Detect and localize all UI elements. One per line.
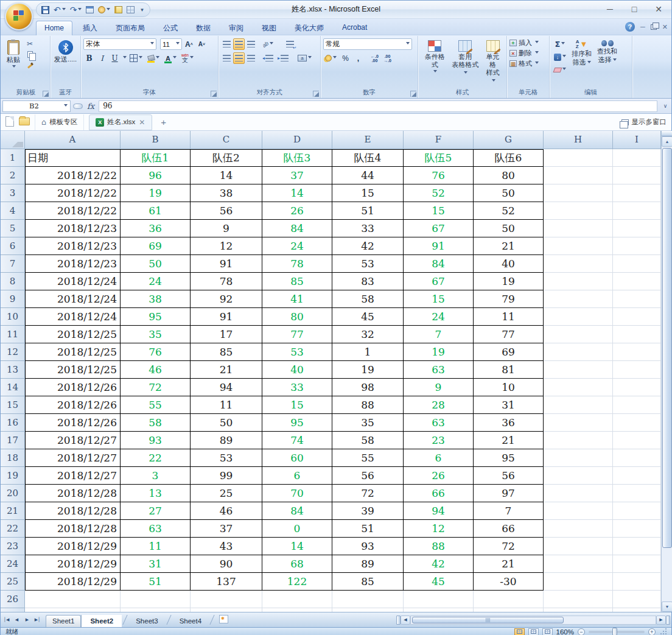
cell-D24[interactable]: 68 — [262, 555, 332, 573]
cell-A6[interactable]: 2018/12/23 — [25, 237, 121, 255]
alignment-dialog-launcher[interactable] — [313, 91, 319, 97]
row-header-10[interactable]: 10 — [1, 308, 25, 326]
cell-E15[interactable]: 88 — [332, 396, 404, 414]
cell-G11[interactable]: 77 — [474, 326, 544, 343]
cell-H22[interactable] — [544, 520, 613, 538]
cell-H17[interactable] — [544, 432, 613, 449]
fill-color-button[interactable] — [145, 52, 161, 64]
cell-H16[interactable] — [544, 414, 613, 432]
cell-E2[interactable]: 44 — [332, 167, 404, 184]
cell-F15[interactable]: 28 — [404, 396, 474, 414]
column-header-C[interactable]: C — [191, 131, 262, 149]
cell-G25[interactable]: -30 — [474, 573, 544, 591]
ribbon-tab-Acrobat[interactable]: Acrobat — [334, 21, 375, 35]
cell-C22[interactable]: 37 — [191, 520, 262, 538]
row-header-9[interactable]: 9 — [1, 290, 25, 308]
previous-sheet-button[interactable]: ◀ — [12, 616, 21, 625]
cell-B23[interactable]: 11 — [121, 538, 191, 555]
cell-F16[interactable]: 63 — [404, 414, 474, 432]
cell-E12[interactable]: 1 — [332, 343, 404, 361]
conditional-formatting-button[interactable]: 条件格式 — [421, 38, 449, 87]
cell-I9[interactable] — [613, 290, 661, 308]
cell-G10[interactable]: 11 — [474, 308, 544, 326]
cell-B21[interactable]: 27 — [121, 502, 191, 520]
format-as-table-button[interactable]: 套用表格格式 — [449, 38, 482, 87]
tab-split-handle[interactable] — [396, 616, 401, 625]
cell-A12[interactable]: 2018/12/25 — [25, 343, 121, 361]
cell-I14[interactable] — [613, 379, 661, 396]
cell-E21[interactable]: 39 — [332, 502, 404, 520]
cell-B14[interactable]: 72 — [121, 379, 191, 396]
cell-B2[interactable]: 96 — [121, 167, 191, 184]
cell-C18[interactable]: 53 — [191, 449, 262, 467]
cell-E9[interactable]: 58 — [332, 290, 404, 308]
row-header-1[interactable]: 1 — [1, 149, 25, 167]
cell-F2[interactable]: 76 — [404, 167, 474, 184]
row-header-14[interactable]: 14 — [1, 379, 25, 396]
cell-I16[interactable] — [613, 414, 661, 432]
show-multiple-windows-button[interactable]: 显示多窗口 — [621, 118, 667, 127]
cell-I11[interactable] — [613, 326, 661, 343]
font-dialog-launcher[interactable] — [211, 91, 217, 97]
cell-I15[interactable] — [613, 396, 661, 414]
workbook-close-button[interactable]: ✕ — [662, 23, 668, 31]
cell-E1[interactable]: 队伍4 — [332, 149, 404, 167]
cell-C1[interactable]: 队伍2 — [191, 149, 262, 167]
cell-I4[interactable] — [613, 202, 661, 220]
cut-button[interactable]: ✂ — [24, 38, 36, 49]
ribbon-tab-美化大师[interactable]: 美化大师 — [287, 21, 332, 35]
cell-C4[interactable]: 56 — [191, 202, 262, 220]
cell-H12[interactable] — [544, 343, 613, 361]
cell-F20[interactable]: 66 — [404, 485, 474, 502]
ribbon-tab-Home[interactable]: Home — [36, 21, 72, 35]
cell-C11[interactable]: 17 — [191, 326, 262, 343]
cell-G1[interactable]: 队伍6 — [474, 149, 544, 167]
sheet-tab-Sheet1[interactable]: Sheet1 — [46, 615, 81, 627]
cell-D11[interactable]: 77 — [262, 326, 332, 343]
align-bottom-button[interactable] — [245, 38, 257, 50]
cell-H9[interactable] — [544, 290, 613, 308]
cell-I1[interactable] — [613, 149, 661, 167]
zoom-in-button[interactable]: + — [648, 628, 656, 635]
formula-bar-splitter[interactable] — [73, 103, 83, 109]
cell-D14[interactable]: 33 — [262, 379, 332, 396]
cell-F24[interactable]: 42 — [404, 555, 474, 573]
row-header-24[interactable]: 24 — [1, 555, 25, 573]
cell-G14[interactable]: 10 — [474, 379, 544, 396]
row-header-16[interactable]: 16 — [1, 414, 25, 432]
cell-H26[interactable] — [544, 591, 613, 608]
cell-E6[interactable]: 42 — [332, 237, 404, 255]
cell-G22[interactable]: 66 — [474, 520, 544, 538]
cell-C6[interactable]: 12 — [191, 237, 262, 255]
row-header-11[interactable]: 11 — [1, 326, 25, 343]
bold-button[interactable]: B — [83, 52, 95, 64]
font-color-button[interactable]: A — [163, 52, 178, 64]
cell-B4[interactable]: 61 — [121, 202, 191, 220]
cell-I10[interactable] — [613, 308, 661, 326]
cell-G3[interactable]: 50 — [474, 184, 544, 202]
row-header-4[interactable]: 4 — [1, 202, 25, 220]
cell-B19[interactable]: 3 — [121, 467, 191, 485]
cell-C17[interactable]: 89 — [191, 432, 262, 449]
cell-A15[interactable]: 2018/12/26 — [25, 396, 121, 414]
number-format-select[interactable]: 常规 — [323, 38, 412, 50]
cell-B7[interactable]: 50 — [121, 255, 191, 273]
cell-B25[interactable]: 51 — [121, 573, 191, 591]
cell-C25[interactable]: 137 — [191, 573, 262, 591]
cell-G7[interactable]: 40 — [474, 255, 544, 273]
cell-B20[interactable]: 13 — [121, 485, 191, 502]
cell-H10[interactable] — [544, 308, 613, 326]
cell-B1[interactable]: 队伍1 — [121, 149, 191, 167]
row-header-7[interactable]: 7 — [1, 255, 25, 273]
minimize-button[interactable]: ─ — [602, 3, 618, 15]
scroll-up-button[interactable]: ▲ — [662, 136, 672, 147]
vertical-split-handle[interactable] — [662, 131, 672, 136]
name-box[interactable]: B2 — [2, 100, 71, 112]
cell-H4[interactable] — [544, 202, 613, 220]
cell-C26[interactable] — [191, 591, 262, 608]
cell-G13[interactable]: 81 — [474, 361, 544, 379]
cell-D18[interactable]: 60 — [262, 449, 332, 467]
cell-B8[interactable]: 24 — [121, 273, 191, 290]
cell-F6[interactable]: 91 — [404, 237, 474, 255]
cell-G15[interactable]: 31 — [474, 396, 544, 414]
